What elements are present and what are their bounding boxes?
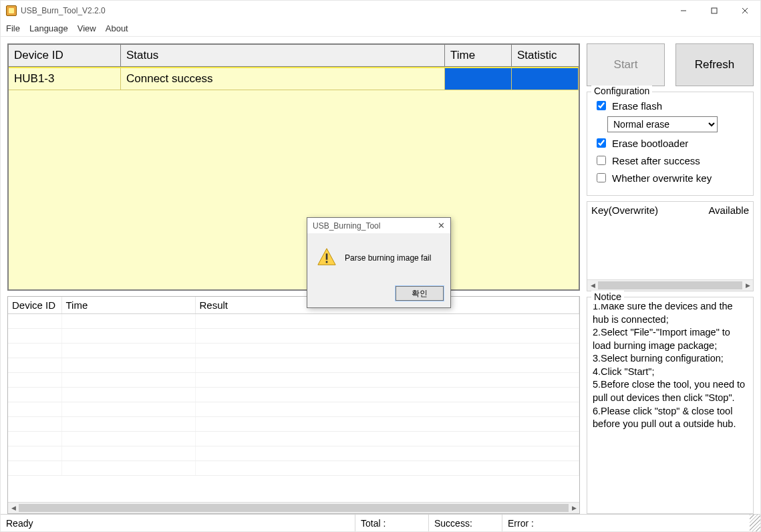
notice-line: 1.Make sure the devices and the hub is c… — [593, 300, 748, 326]
svg-rect-1 — [712, 8, 717, 13]
col-statistic[interactable]: Statistic — [512, 45, 579, 66]
col-status[interactable]: Status — [121, 45, 445, 66]
configuration-legend: Configuration — [591, 86, 652, 96]
reset-after-checkbox[interactable]: Reset after success — [594, 154, 746, 167]
result-table: Device ID Time Result — [8, 297, 579, 502]
minimize-button[interactable] — [668, 1, 699, 21]
device-table: Device ID Status Time Statistic HUB1-3 C… — [7, 43, 580, 291]
window-title: USB_Burn_Tool_V2.2.0 — [21, 6, 668, 15]
erase-flash-input[interactable] — [597, 101, 606, 110]
scroll-right-icon[interactable]: ▶ — [742, 280, 753, 291]
overwrite-key-label: Whether overwrite key — [612, 172, 712, 184]
key-scrollbar[interactable]: ◀ ▶ — [587, 279, 753, 291]
menu-view[interactable]: View — [78, 23, 96, 33]
rescol-time[interactable]: Time — [61, 297, 195, 314]
table-row — [8, 461, 579, 476]
key-col-overwrite: Key(Overwrite) — [591, 205, 708, 216]
erase-bootloader-checkbox[interactable]: Erase bootloader — [594, 136, 746, 150]
status-total: Total : — [355, 515, 428, 531]
table-row — [8, 417, 579, 432]
key-box-header: Key(Overwrite) Available — [587, 202, 753, 219]
scroll-left-icon[interactable]: ◀ — [8, 503, 19, 513]
erase-bootloader-label: Erase bootloader — [612, 138, 688, 149]
cell-device-id: HUB1-3 — [9, 67, 121, 90]
scroll-left-icon[interactable]: ◀ — [587, 280, 598, 291]
window-controls — [668, 1, 760, 21]
table-row — [8, 344, 579, 358]
cell-statistic — [512, 67, 579, 90]
table-row — [8, 358, 579, 373]
table-row — [8, 329, 579, 344]
app-icon — [6, 5, 17, 16]
table-row — [8, 446, 579, 461]
cell-status: Connect success — [121, 67, 445, 90]
table-row — [8, 373, 579, 388]
horizontal-scrollbar[interactable]: ◀ ▶ — [8, 502, 579, 513]
status-ready: Ready — [1, 515, 355, 531]
table-row — [8, 402, 579, 417]
rescol-device-id[interactable]: Device ID — [8, 297, 61, 314]
notice-line: 3.Select burning configuration; — [593, 352, 748, 366]
key-box: Key(Overwrite) Available ◀ ▶ — [587, 201, 754, 291]
erase-mode-select[interactable]: Normal erase — [607, 116, 718, 132]
table-row — [8, 388, 579, 402]
configuration-group: Configuration Erase flash Normal erase E… — [587, 92, 754, 196]
maximize-button[interactable] — [699, 1, 730, 21]
device-table-header: Device ID Status Time Statistic — [9, 45, 579, 67]
titlebar: USB_Burn_Tool_V2.2.0 — [1, 1, 760, 21]
erase-flash-label: Erase flash — [612, 100, 662, 112]
device-table-row[interactable]: HUB1-3 Connect success — [9, 67, 579, 90]
notice-legend: Notice — [591, 291, 624, 304]
key-col-available: Available — [708, 205, 749, 216]
left-column: Device ID Status Time Statistic HUB1-3 C… — [7, 43, 580, 514]
status-error: Error : — [502, 515, 750, 531]
notice-line: 4.Click "Start"; — [593, 366, 748, 379]
right-column: Start Refresh Configuration Erase flash … — [587, 43, 754, 514]
scroll-thumb[interactable] — [19, 504, 569, 512]
col-device-id[interactable]: Device ID — [9, 45, 121, 66]
resize-grip-icon[interactable] — [750, 515, 760, 531]
key-box-body — [587, 219, 753, 279]
overwrite-key-input[interactable] — [597, 173, 606, 182]
action-buttons: Start Refresh — [587, 43, 754, 86]
rescol-result[interactable]: Result — [195, 297, 579, 314]
start-button[interactable]: Start — [587, 43, 665, 86]
close-button[interactable] — [730, 1, 760, 21]
table-row — [8, 314, 579, 329]
table-row — [8, 432, 579, 446]
menu-about[interactable]: About — [106, 23, 128, 33]
notice-line: 5.Before close the tool, you need to pul… — [593, 378, 748, 404]
main-area: Device ID Status Time Statistic HUB1-3 C… — [1, 37, 760, 514]
reset-after-label: Reset after success — [612, 155, 700, 166]
notice-line: 2.Select "File"-"Import image" to load b… — [593, 326, 748, 352]
refresh-button[interactable]: Refresh — [675, 43, 754, 86]
notice-line: 6.Please click "stop" & close tool befor… — [593, 405, 748, 431]
col-time[interactable]: Time — [445, 45, 512, 66]
menu-language[interactable]: Language — [29, 23, 68, 33]
cell-time — [445, 67, 512, 90]
scroll-thumb[interactable] — [598, 281, 742, 289]
notice-box: Notice 1.Make sure the devices and the h… — [587, 297, 754, 514]
scroll-right-icon[interactable]: ▶ — [569, 503, 579, 513]
erase-bootloader-input[interactable] — [597, 138, 606, 148]
result-table-container: Device ID Time Result — [7, 296, 580, 514]
status-success: Success: — [428, 515, 502, 531]
app-window: USB_Burn_Tool_V2.2.0 File Language View … — [0, 0, 761, 532]
device-table-body — [9, 90, 579, 289]
statusbar: Ready Total : Success: Error : — [1, 514, 760, 531]
menubar: File Language View About — [1, 21, 760, 37]
menu-file[interactable]: File — [6, 23, 20, 33]
result-table-body — [8, 314, 579, 476]
overwrite-key-checkbox[interactable]: Whether overwrite key — [594, 171, 746, 184]
reset-after-input[interactable] — [597, 156, 606, 165]
erase-flash-checkbox[interactable]: Erase flash — [594, 99, 746, 112]
